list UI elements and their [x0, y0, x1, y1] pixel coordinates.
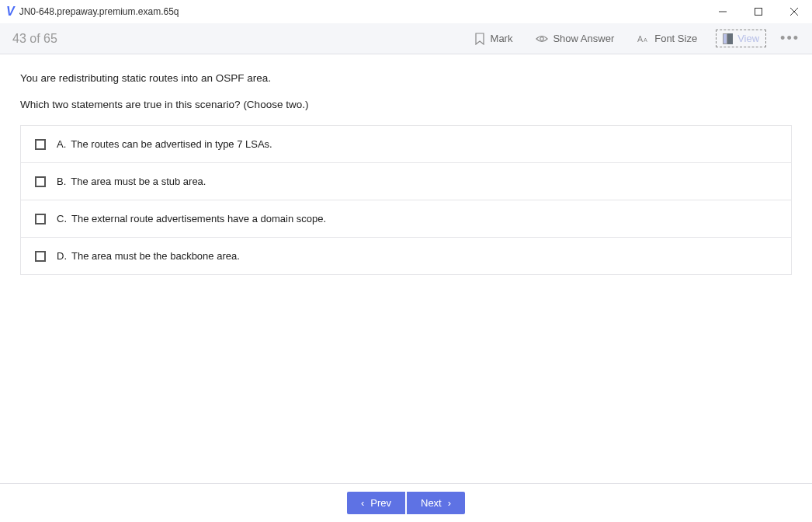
- checkbox-icon: [35, 176, 46, 187]
- answer-option[interactable]: D.The area must be the backbone area.: [21, 238, 791, 274]
- font-size-button[interactable]: AA Font Size: [633, 30, 702, 48]
- svg-point-4: [540, 37, 543, 40]
- question-counter: 43 of 65: [12, 32, 57, 46]
- answer-option[interactable]: A.The routes can be advertised in type 7…: [21, 126, 791, 163]
- window-title: JN0-648.prepaway.premium.exam.65q: [19, 6, 179, 17]
- maximize-button[interactable]: [741, 0, 776, 23]
- answer-text: B.The area must be a stub area.: [57, 176, 206, 187]
- question-line-2: Which two statements are true in this sc…: [20, 96, 792, 113]
- answer-letter: D.: [57, 250, 67, 262]
- minimize-icon: [719, 8, 727, 16]
- window-controls: [705, 0, 812, 23]
- view-toggle-icon: [723, 33, 733, 44]
- close-icon: [790, 8, 798, 16]
- answer-letter: C.: [57, 213, 67, 224]
- titlebar: V JN0-648.prepaway.premium.exam.65q: [0, 0, 812, 23]
- svg-text:A: A: [644, 37, 647, 44]
- svg-text:A: A: [637, 34, 644, 44]
- toolbar: 43 of 65 Mark Show Answer AA Font Size V…: [0, 23, 812, 54]
- chevron-right-icon: ›: [448, 497, 451, 509]
- answer-text: D.The area must be the backbone area.: [57, 250, 240, 262]
- mark-label: Mark: [491, 33, 513, 44]
- chevron-left-icon: ‹: [361, 497, 364, 509]
- question-line-1: You are redistributing static routes int…: [20, 70, 792, 87]
- view-label: View: [737, 33, 759, 44]
- more-icon: •••: [780, 30, 800, 46]
- answer-letter: B.: [57, 176, 66, 187]
- app-icon: V: [6, 5, 15, 19]
- answer-text: C.The external route advertisements have…: [57, 213, 326, 224]
- minimize-button[interactable]: [705, 0, 741, 23]
- mark-button[interactable]: Mark: [469, 30, 518, 48]
- checkbox-icon: [35, 214, 46, 224]
- answers-container: A.The routes can be advertised in type 7…: [20, 125, 792, 275]
- maximize-icon: [755, 8, 762, 16]
- next-button[interactable]: Next ›: [407, 492, 465, 514]
- svg-rect-1: [755, 9, 762, 16]
- content-area: You are redistributing static routes int…: [0, 54, 812, 291]
- prev-button[interactable]: ‹ Prev: [347, 492, 405, 514]
- bookmark-icon: [474, 33, 486, 45]
- font-size-icon: AA: [637, 33, 650, 45]
- font-size-label: Font Size: [654, 33, 697, 44]
- prev-label: Prev: [370, 497, 391, 509]
- show-answer-label: Show Answer: [553, 33, 614, 44]
- question-text: You are redistributing static routes int…: [20, 70, 792, 113]
- close-button[interactable]: [776, 0, 812, 23]
- show-answer-button[interactable]: Show Answer: [531, 30, 619, 48]
- answer-option[interactable]: B.The area must be a stub area.: [21, 163, 791, 200]
- next-label: Next: [421, 497, 442, 509]
- checkbox-icon: [35, 139, 46, 150]
- eye-icon: [536, 33, 548, 45]
- view-button[interactable]: View: [716, 30, 766, 47]
- checkbox-icon: [35, 251, 46, 262]
- titlebar-left: V JN0-648.prepaway.premium.exam.65q: [6, 5, 179, 19]
- answer-letter: A.: [57, 138, 66, 150]
- footer: ‹ Prev Next ›: [0, 483, 812, 522]
- answer-text: A.The routes can be advertised in type 7…: [57, 138, 272, 150]
- answer-option[interactable]: C.The external route advertisements have…: [21, 200, 791, 238]
- more-button[interactable]: •••: [780, 30, 800, 47]
- toolbar-right: Mark Show Answer AA Font Size View •••: [469, 30, 800, 48]
